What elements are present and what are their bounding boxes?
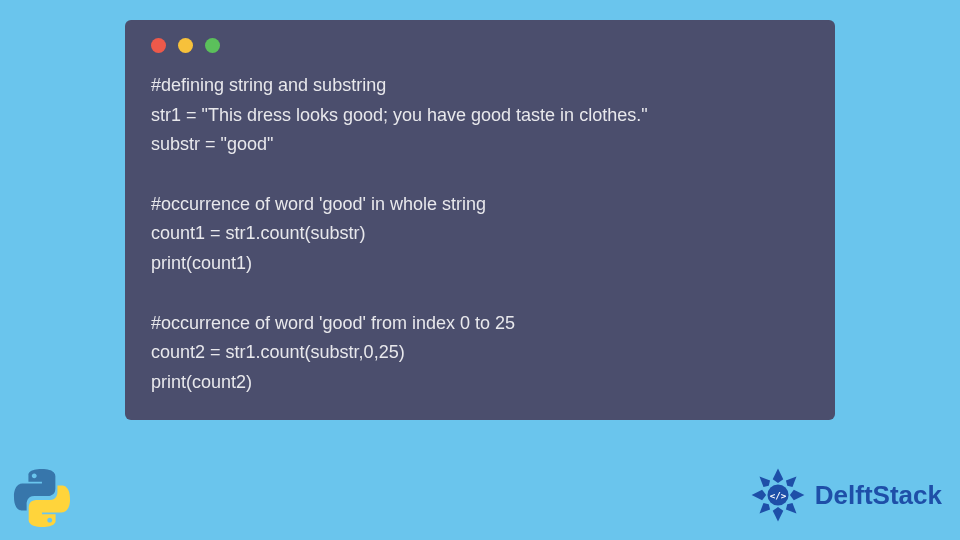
delftstack-logo: </> DelftStack: [745, 462, 942, 528]
code-window: #defining string and substring str1 = "T…: [125, 20, 835, 420]
svg-text:</>: </>: [770, 490, 787, 501]
code-content: #defining string and substring str1 = "T…: [151, 71, 809, 398]
python-logo-icon: [12, 468, 72, 528]
mandala-icon: </>: [745, 462, 811, 528]
window-controls: [151, 38, 809, 53]
brand-name: DelftStack: [815, 480, 942, 511]
close-dot-icon: [151, 38, 166, 53]
maximize-dot-icon: [205, 38, 220, 53]
minimize-dot-icon: [178, 38, 193, 53]
